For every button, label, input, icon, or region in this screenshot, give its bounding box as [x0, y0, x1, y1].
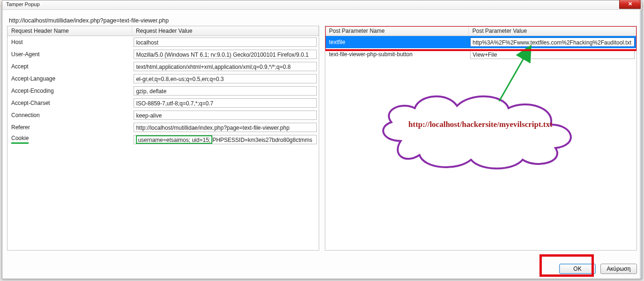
- table-row[interactable]: Connectionkeep-alive: [7, 109, 319, 121]
- header-name: Accept-Encoding: [7, 85, 132, 97]
- request-headers-pane: Request Header Name Request Header Value…: [7, 26, 319, 251]
- header-name: Accept-Language: [7, 73, 132, 85]
- window-title: Tamper Popup: [6, 1, 40, 7]
- header-name: Accept: [7, 60, 132, 73]
- close-icon: ✕: [628, 1, 632, 7]
- header-value-input[interactable]: keep-alive: [134, 111, 316, 120]
- header-value-input[interactable]: username=etsaimos; uid=15; PHPSESSID=km3…: [134, 135, 316, 144]
- post-parameters-pane: Post Parameter Name Post Parameter Value…: [325, 26, 637, 251]
- post-name: text-file-viewer-php-submit-button: [325, 48, 468, 60]
- table-row[interactable]: Refererhttp://localhost/mutillidae/index…: [7, 121, 319, 133]
- ok-button[interactable]: OK: [559, 264, 596, 274]
- header-value-input[interactable]: http://localhost/mutillidae/index.php?pa…: [134, 123, 316, 132]
- post-value-input[interactable]: http%3A%2F%2Fwww.textfiles.com%2Fhacking…: [470, 37, 634, 47]
- post-value-column[interactable]: Post Parameter Value: [468, 26, 636, 36]
- cancel-button[interactable]: Ακύρωση: [600, 264, 637, 274]
- dialog-content: http://localhost/mutillidae/index.php?pa…: [7, 15, 637, 274]
- request-headers-table: Request Header Name Request Header Value…: [7, 26, 319, 146]
- tables-columns: Request Header Name Request Header Value…: [7, 26, 637, 251]
- table-row-cookie[interactable]: Cookie username=etsaimos; uid=15; PHPSES…: [7, 133, 319, 146]
- header-value-input[interactable]: el-gr,el;q=0.8,en-us;q=0.5,en;q=0.3: [134, 74, 316, 83]
- post-name: textfile: [325, 36, 468, 48]
- table-row[interactable]: Accept-Languageel-gr,el;q=0.8,en-us;q=0.…: [7, 73, 319, 85]
- table-row-selected[interactable]: textfile http%3A%2F%2Fwww.textfiles.com%…: [325, 36, 637, 48]
- header-name: Host: [7, 36, 132, 48]
- header-name: Accept-Charset: [7, 97, 132, 109]
- post-value-input[interactable]: View+File: [470, 50, 634, 59]
- header-name: Referer: [7, 121, 132, 133]
- header-value-input[interactable]: localhost: [134, 37, 316, 47]
- window-right-edge: [640, 10, 642, 279]
- post-name-column[interactable]: Post Parameter Name: [325, 26, 468, 36]
- table-row[interactable]: Accept-Encodinggzip, deflate: [7, 85, 319, 97]
- header-name: User-Agent: [7, 48, 132, 60]
- dialog-button-row: OK Ακύρωση: [559, 264, 637, 274]
- cookie-highlighted-segment: username=etsaimos; uid=15;: [136, 135, 212, 144]
- table-row[interactable]: Accepttext/html,application/xhtml+xml,ap…: [7, 60, 319, 73]
- table-row[interactable]: Accept-CharsetISO-8859-7,utf-8;q=0.7,*;q…: [7, 97, 319, 109]
- table-row[interactable]: text-file-viewer-php-submit-button View+…: [325, 48, 637, 60]
- header-name-column[interactable]: Request Header Name: [7, 26, 132, 36]
- table-row[interactable]: Hostlocalhost: [7, 36, 319, 48]
- table-row[interactable]: User-AgentMozilla/5.0 (Windows NT 6.1; r…: [7, 48, 319, 60]
- close-button[interactable]: ✕: [619, 0, 641, 9]
- request-url: http://localhost/mutillidae/index.php?pa…: [9, 17, 637, 24]
- header-value-input[interactable]: Mozilla/5.0 (Windows NT 6.1; rv:9.0.1) G…: [134, 50, 316, 59]
- header-name-cookie: Cookie: [11, 135, 29, 144]
- cookie-rest-segment: PHPSESSID=km3eis27bdro80g8ctmms: [212, 136, 312, 143]
- header-value-input[interactable]: gzip, deflate: [134, 86, 316, 96]
- header-value-input[interactable]: ISO-8859-7,utf-8;q=0.7,*;q=0.7: [134, 98, 316, 108]
- header-value-input[interactable]: text/html,application/xhtml+xml,applicat…: [134, 62, 316, 71]
- header-name: Connection: [7, 109, 132, 121]
- header-value-column[interactable]: Request Header Value: [132, 26, 318, 36]
- tamper-popup-window: Tamper Popup ✕ http://localhost/mutillid…: [2, 0, 642, 279]
- post-parameters-table: Post Parameter Name Post Parameter Value…: [325, 26, 637, 60]
- titlebar: Tamper Popup ✕: [2, 0, 642, 10]
